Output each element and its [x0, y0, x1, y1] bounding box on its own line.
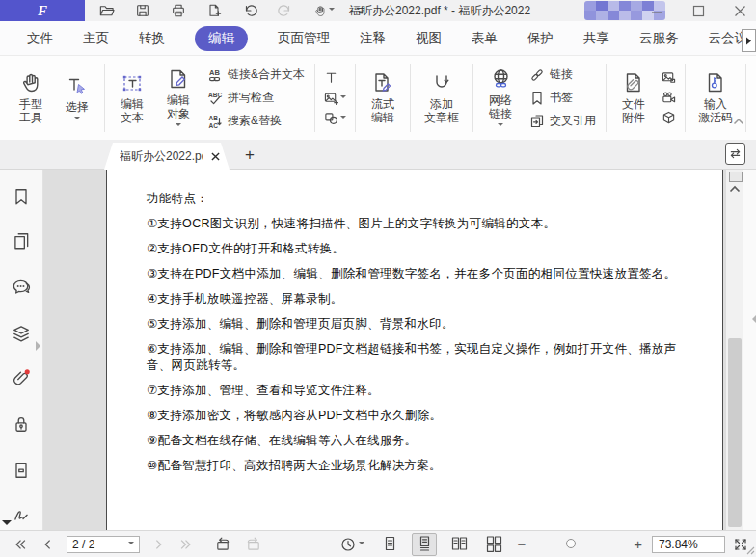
- doc-line: ⑨配备文档在线存储、在线编辑等六大在线服务。: [147, 433, 688, 449]
- collapse-ribbon-button[interactable]: [733, 118, 744, 125]
- cross-reference-button[interactable]: 交叉引用: [529, 113, 596, 129]
- insert-image-button[interactable]: [662, 70, 676, 85]
- flow-edit-icon: [371, 71, 394, 94]
- ribbon-separator: [745, 64, 746, 132]
- select-tool-button[interactable]: 选择: [54, 56, 100, 140]
- redo-icon[interactable]: [278, 3, 293, 18]
- print-icon[interactable]: [171, 3, 186, 18]
- web-link-button[interactable]: 网络链接: [477, 56, 524, 140]
- bookmark-button[interactable]: 书签: [529, 90, 596, 106]
- chevron-down-icon: [340, 95, 346, 101]
- edit-object-button[interactable]: 编辑对象: [155, 56, 202, 140]
- resize-grip[interactable]: [742, 542, 755, 555]
- next-page-button[interactable]: [153, 538, 165, 551]
- flow-edit-button[interactable]: 流式编辑: [360, 56, 406, 140]
- last-page-button[interactable]: [178, 538, 193, 551]
- comments-panel-icon[interactable]: [12, 278, 31, 297]
- bookmarks-panel-icon[interactable]: [12, 187, 31, 206]
- previous-view-button[interactable]: [214, 536, 231, 552]
- continuous-view-button[interactable]: [412, 533, 437, 556]
- facing-view-button[interactable]: [446, 533, 472, 556]
- link-button[interactable]: 链接: [529, 66, 596, 83]
- destinations-panel-icon[interactable]: [12, 461, 31, 480]
- zoom-value-box[interactable]: 73.84%: [652, 536, 725, 553]
- hand-tool-quick-button[interactable]: [313, 4, 335, 18]
- expand-right-panel-handle[interactable]: [747, 314, 756, 324]
- edit-text-button[interactable]: 编辑文本: [109, 56, 155, 140]
- spell-check-icon: ABC: [207, 91, 223, 106]
- insert-3d-button[interactable]: [662, 111, 676, 125]
- select-label: 选择: [66, 100, 89, 114]
- minimize-button[interactable]: [651, 5, 663, 17]
- security-panel-icon[interactable]: [12, 414, 31, 434]
- close-tab-icon[interactable]: [211, 152, 220, 161]
- new-document-icon[interactable]: [206, 3, 222, 18]
- next-view-button[interactable]: [245, 536, 262, 552]
- clock-icon[interactable]: [340, 537, 364, 552]
- save-icon[interactable]: [135, 3, 150, 18]
- file-attachment-button[interactable]: 文件附件: [610, 56, 657, 140]
- tab-file[interactable]: 文件: [27, 26, 53, 51]
- hand-icon: [19, 71, 42, 94]
- expand-sidebar-handle[interactable]: [36, 341, 45, 351]
- menu-overflow-button[interactable]: [742, 29, 756, 52]
- zoom-slider-thumb[interactable]: [566, 539, 576, 548]
- first-page-button[interactable]: [14, 538, 28, 551]
- scrollbar-thumb[interactable]: [728, 338, 742, 527]
- close-button[interactable]: [734, 5, 746, 17]
- zoom-in-button[interactable]: +: [634, 537, 642, 551]
- ribbon-link-tools-list: 链接 书签 交叉引用: [524, 56, 602, 140]
- maximize-button[interactable]: [692, 5, 705, 17]
- document-tab[interactable]: 福昕办公2022.pdf *: [104, 143, 230, 170]
- page-thumbnails-panel-icon[interactable]: [12, 231, 31, 251]
- scrollbar-split-box[interactable]: [729, 172, 742, 182]
- vertical-scrollbar[interactable]: [725, 170, 743, 530]
- add-image-button[interactable]: [324, 91, 346, 105]
- add-article-box-button[interactable]: 添加文章框: [415, 56, 469, 140]
- scroll-up-arrow[interactable]: [729, 185, 741, 193]
- undo-icon[interactable]: [242, 3, 257, 18]
- tab-page-management[interactable]: 页面管理: [278, 26, 330, 51]
- tab-convert[interactable]: 转换: [139, 26, 165, 51]
- zoom-slider-track[interactable]: [531, 544, 628, 544]
- edit-object-icon: [167, 67, 190, 91]
- hand-tool-button[interactable]: 手型工具: [8, 56, 54, 140]
- layers-panel-icon[interactable]: [12, 324, 31, 343]
- zoom-out-button[interactable]: −: [517, 537, 526, 551]
- previous-page-button[interactable]: [41, 538, 53, 551]
- view-zoom-controls: − + 73.84%: [340, 533, 756, 556]
- activation-code-button[interactable]: 输入激活码: [689, 56, 742, 140]
- spell-check-label: 拼写检查: [228, 90, 274, 106]
- search-replace-button[interactable]: ABAC 搜索&替换: [207, 113, 305, 129]
- new-tab-button[interactable]: +: [239, 145, 260, 166]
- signature-panel-icon[interactable]: [12, 505, 31, 524]
- tab-view[interactable]: 视图: [416, 26, 442, 51]
- tab-form[interactable]: 表单: [472, 26, 498, 51]
- single-page-view-button[interactable]: [377, 533, 402, 556]
- tab-share[interactable]: 共享: [583, 26, 609, 51]
- attachments-panel-icon[interactable]: [12, 368, 31, 387]
- tab-home[interactable]: 主页: [83, 26, 109, 51]
- pdf-page[interactable]: 功能特点： ①支持OCR图文识别，快速将扫描件、图片上的文字转换为可编辑的文本。…: [106, 170, 723, 530]
- app-logo[interactable]: F: [0, 0, 85, 21]
- spell-check-button[interactable]: ABC 拼写检查: [207, 90, 305, 106]
- add-shape-button[interactable]: [324, 111, 346, 125]
- tab-protect[interactable]: 保护: [527, 26, 554, 51]
- swap-view-button[interactable]: [725, 143, 745, 165]
- edit-text-label: 编辑: [121, 97, 144, 111]
- tab-cloud-service[interactable]: 云服务: [639, 26, 679, 51]
- chevron-down-icon: [128, 542, 134, 547]
- tab-comment[interactable]: 注释: [360, 26, 386, 51]
- web-link-label: 网络: [489, 93, 512, 107]
- page-number-box[interactable]: 2 / 2: [67, 536, 140, 553]
- tab-edit-active[interactable]: 编辑: [195, 26, 248, 51]
- more-panels-icon[interactable]: [2, 520, 12, 530]
- zoom-slider: − +: [517, 537, 642, 551]
- facing-continuous-view-button[interactable]: [481, 533, 506, 556]
- link-merge-text-button[interactable]: AB 链接&合并文本: [207, 66, 305, 83]
- ribbon-toolbar: 手型工具 选择 编辑文本 编辑对象 AB 链接&合并文本 ABC 拼写检查 AB…: [0, 56, 756, 140]
- add-text-button[interactable]: [324, 70, 346, 85]
- insert-video-button[interactable]: [662, 91, 676, 105]
- open-file-icon[interactable]: [98, 3, 115, 19]
- ribbon-separator: [472, 64, 473, 132]
